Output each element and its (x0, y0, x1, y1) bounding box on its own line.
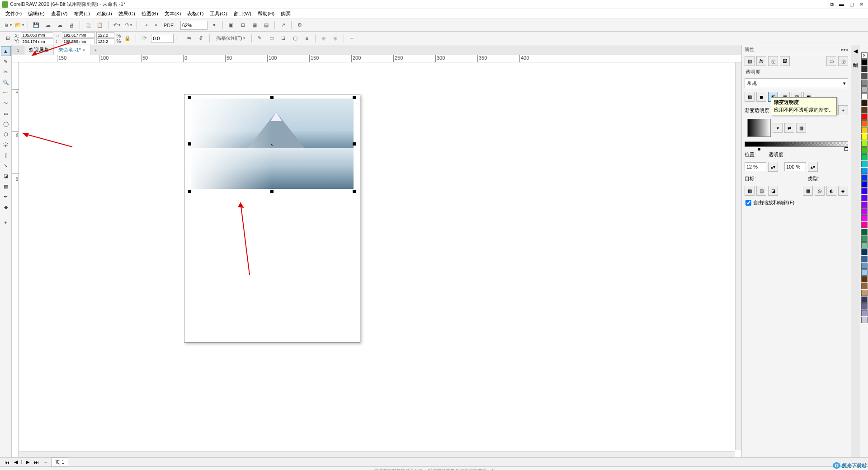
undo-button[interactable]: ↶ (112, 20, 122, 30)
export-button[interactable]: ⇤ (152, 20, 162, 30)
docker-tab-measure[interactable]: 测绘 (851, 56, 860, 61)
print-button[interactable]: 🖨 (66, 20, 76, 30)
menu-table[interactable]: 表格(T) (184, 9, 206, 18)
trace-bitmap-button[interactable]: 描摹位图(T) (213, 33, 248, 43)
swatch[interactable] (861, 168, 868, 174)
document-tab[interactable]: 未命名 -1*× (54, 45, 90, 55)
new-button[interactable]: 🗎 (3, 20, 13, 30)
menu-edit[interactable]: 编辑(E) (25, 9, 47, 18)
scale-x-input[interactable] (96, 32, 114, 38)
fill-tool[interactable]: ◆ (1, 202, 11, 212)
artistic-tool[interactable]: 〜 (1, 98, 11, 108)
eyedropper-tool[interactable]: ✒ (1, 192, 11, 202)
menu-help[interactable]: 帮助(H) (255, 9, 277, 18)
swatch[interactable] (861, 154, 868, 160)
ruler-vertical[interactable]: 0 50 100 (12, 62, 19, 457)
grid-button[interactable]: ▦ (250, 20, 259, 30)
docker-collapse-icon[interactable]: ▸▸ (841, 47, 846, 52)
menu-view[interactable]: 查看(V) (48, 9, 71, 18)
handle-nw[interactable] (188, 96, 191, 99)
swatch[interactable] (861, 73, 868, 79)
redo-button[interactable]: ↷ (123, 20, 133, 30)
edit-bitmap-icon[interactable]: ✎ (255, 33, 265, 43)
prop-win1-icon[interactable]: ▭ (826, 56, 836, 66)
prop-bitmap-icon[interactable]: 🖼 (780, 56, 790, 66)
page-add[interactable]: ＋ (42, 459, 50, 465)
swatch[interactable] (861, 235, 868, 242)
size-h-input[interactable] (62, 38, 94, 44)
swatch[interactable] (861, 120, 868, 127)
menu-layout[interactable]: 布局(L) (71, 9, 92, 18)
swatch[interactable] (861, 242, 868, 249)
swatch[interactable] (861, 161, 868, 167)
rotate-icon[interactable]: ⟳ (139, 33, 149, 43)
blend-mode-dropdown[interactable]: 常规▾ (745, 78, 848, 88)
canvas[interactable]: × (19, 62, 734, 450)
crop-tool[interactable]: ✂ (1, 67, 11, 77)
prop-fx-icon[interactable]: fx (756, 56, 766, 66)
swatch[interactable] (861, 215, 868, 221)
type-linear-icon[interactable]: ▩ (803, 186, 813, 196)
swatch[interactable] (861, 208, 868, 215)
trans-uniform-icon[interactable]: ◼ (756, 92, 766, 102)
position-stepper[interactable]: ▴▾ (768, 162, 778, 172)
swatch[interactable] (861, 202, 868, 208)
swatch[interactable] (861, 296, 868, 303)
handle-n[interactable] (270, 96, 274, 99)
ellipse-tool[interactable]: ◯ (1, 119, 11, 129)
close-icon[interactable]: ✕ (859, 1, 863, 7)
swatch[interactable] (861, 100, 868, 106)
swatch[interactable] (861, 86, 868, 93)
page-next[interactable]: ▶ (24, 459, 31, 465)
handle-sw[interactable] (188, 190, 191, 193)
swatch[interactable] (861, 283, 868, 289)
straighten-icon[interactable]: ▢ (290, 33, 300, 43)
transparency-stepper[interactable]: ▴▾ (808, 162, 818, 172)
swatch[interactable] (861, 127, 868, 133)
guides-button[interactable]: ▤ (261, 20, 271, 30)
swatch[interactable] (861, 80, 868, 86)
cloud-down-button[interactable]: ☁ (55, 20, 65, 30)
docker-menu-icon[interactable]: ▪ (846, 47, 848, 52)
close-tab-icon[interactable]: × (83, 47, 85, 52)
gradient-stop-2[interactable] (844, 147, 848, 151)
transparency-tool[interactable]: ▩ (1, 181, 11, 191)
swatch[interactable] (861, 290, 868, 296)
prop-outline-icon[interactable]: ▧ (745, 56, 755, 66)
swatch[interactable] (861, 317, 868, 323)
free-scale-checkbox[interactable]: 自由缩放和倾斜(F) (742, 197, 851, 208)
swatch[interactable] (861, 249, 868, 255)
docker-tab-arrow[interactable]: ◀ (854, 48, 858, 54)
minimize-icon[interactable]: ▬ (839, 1, 844, 7)
shape-tool[interactable]: ✎ (1, 56, 11, 66)
cloud-up-button[interactable]: ☁ (43, 20, 53, 30)
page-last[interactable]: ⏭ (32, 460, 41, 465)
rectangle-tool[interactable]: ▭ (1, 108, 11, 118)
menu-buy[interactable]: 购买 (278, 9, 293, 18)
pos-y-input[interactable] (21, 38, 53, 44)
trans-none-icon[interactable]: ▩ (745, 92, 755, 102)
swatch[interactable] (861, 222, 868, 228)
swatch[interactable] (861, 174, 868, 181)
menu-text[interactable]: 文本(X) (162, 9, 184, 18)
swatch[interactable] (861, 134, 868, 140)
swatch[interactable] (861, 93, 868, 99)
toolbox-add[interactable]: ＋ (1, 217, 11, 227)
zoom-dropdown[interactable]: ▾ (209, 20, 219, 30)
polygon-tool[interactable]: ⬡ (1, 129, 11, 139)
open-button[interactable]: 📂 (14, 20, 24, 30)
rotation-input[interactable] (151, 34, 174, 43)
type-radial-icon[interactable]: ◎ (815, 186, 825, 196)
menu-effect[interactable]: 效果(C) (116, 9, 138, 18)
handle-e[interactable] (353, 142, 356, 146)
gradient-picker-dropdown[interactable]: ▾ (773, 123, 783, 133)
scale-y-input[interactable] (96, 38, 114, 44)
mirror-v-icon[interactable]: ⇵ (196, 33, 206, 43)
gradient-preview[interactable] (747, 119, 771, 137)
pick-tool[interactable]: ▲ (1, 46, 11, 56)
type-conical-icon[interactable]: ◐ (826, 186, 836, 196)
shadow-tool[interactable]: ◪ (1, 171, 11, 181)
swatch[interactable] (861, 229, 868, 235)
options-button[interactable]: ⚙ (295, 20, 305, 30)
handle-s[interactable] (270, 190, 274, 193)
